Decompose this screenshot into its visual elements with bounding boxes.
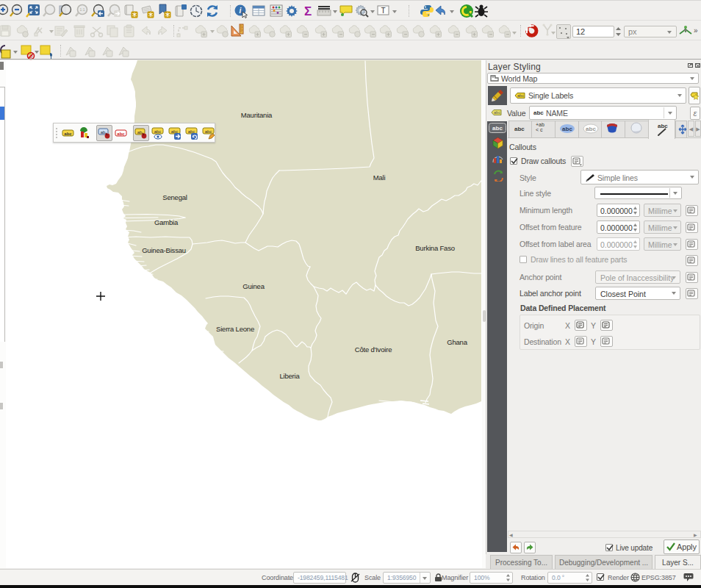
svg-text:Guinea-Bissau: Guinea-Bissau (142, 246, 186, 254)
svg-text:Burkina Faso: Burkina Faso (415, 244, 455, 252)
svg-text:abc: abc (64, 132, 72, 136)
svg-text:Gambia: Gambia (154, 218, 179, 226)
svg-text:Σ: Σ (304, 4, 312, 18)
svg-text:Ø: Ø (29, 54, 33, 59)
svg-text:Mauritania: Mauritania (241, 111, 273, 119)
svg-text:abc: abc (188, 129, 195, 134)
svg-text:abc: abc (117, 132, 125, 136)
svg-text:Guinea: Guinea (242, 282, 265, 290)
svg-text:abc: abc (492, 125, 503, 132)
svg-text:ab: ab (101, 130, 106, 135)
svg-text:Côte d'Ivoire: Côte d'Ivoire (355, 345, 392, 354)
svg-text:ab: ab (137, 130, 143, 135)
svg-text:Liberia: Liberia (279, 372, 300, 380)
svg-text:1:1: 1:1 (80, 7, 85, 12)
svg-text:Ghana: Ghana (447, 338, 467, 346)
svg-text:abc: abc (494, 110, 500, 115)
svg-text:Sierra Leone: Sierra Leone (216, 325, 254, 333)
svg-text:T: T (381, 7, 385, 15)
svg-text:Mali: Mali (373, 173, 386, 182)
svg-text:abc: abc (154, 129, 162, 134)
svg-text:abc: abc (517, 93, 524, 98)
svg-text:abc: abc (586, 126, 596, 132)
svg-text:i: i (240, 7, 242, 15)
svg-text:abc: abc (171, 129, 179, 134)
svg-text:abc: abc (562, 126, 572, 132)
svg-text:abc: abc (205, 129, 212, 134)
svg-text:Senegal: Senegal (162, 193, 187, 201)
